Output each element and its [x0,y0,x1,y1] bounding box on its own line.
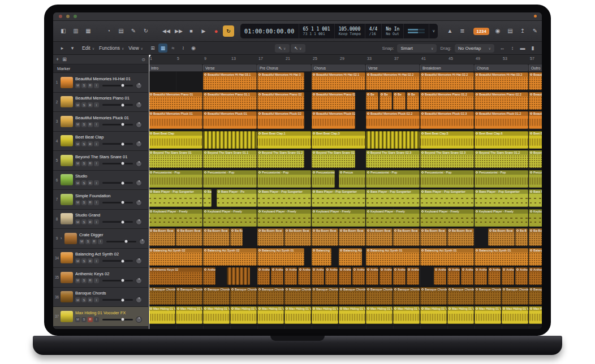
region[interactable]: Beautiful Memories Pluck 01 [203,111,257,129]
volume-slider[interactable] [102,299,133,301]
add-track-button[interactable]: + [56,57,59,62]
region[interactable]: Percus [339,170,365,188]
volume-slider[interactable] [102,124,133,125]
region[interactable]: Ba-Boom [529,228,542,246]
marker-segment[interactable]: Outro [529,64,542,71]
solo-button[interactable]: S [81,278,87,283]
waveform-zoom-icon[interactable]: ≈ [169,44,178,53]
region[interactable]: Anthe [380,267,392,285]
region[interactable]: Max Hiding 01 V [420,306,447,324]
region[interactable]: Beyond The Stars Snare 02.3 [420,150,474,168]
menu-view[interactable]: View∨ [127,45,145,51]
input-monitor-button[interactable]: I [94,180,99,185]
volume-thumb[interactable] [124,240,127,243]
forward-button[interactable]: ▶▶ [173,25,184,37]
volume-slider[interactable] [102,104,133,106]
track-header[interactable]: 4Beet Beat ClapMSRI [53,132,148,151]
pan-knob[interactable] [139,239,145,245]
volume-thumb[interactable] [121,162,124,165]
region[interactable]: Beyond The Stars Snare 01.1 [203,150,257,168]
region[interactable]: Bass Player - Pop Songwriter [420,189,474,207]
region[interactable]: Beautiful Memories Pl [529,111,542,129]
region[interactable]: Max Hiding 01 V [339,306,365,324]
flex-icon[interactable]: ≀ [179,44,188,53]
mute-button[interactable]: M [75,122,80,127]
input-monitor-button[interactable]: I [94,297,99,302]
volume-slider[interactable] [102,182,133,184]
volume-thumb[interactable] [121,103,124,106]
region[interactable]: Beyond The Stars Snare 02.1 [312,150,355,168]
region[interactable]: Be [366,92,378,110]
track-header[interactable]: 7Simple FoundationMSRI [53,190,148,210]
volume-thumb[interactable] [121,279,124,282]
quick-help-icon[interactable]: ▦ [83,25,94,37]
region[interactable]: Anthe [434,267,446,285]
metronome-icon[interactable]: ▲ [444,25,455,37]
region[interactable]: Be [380,92,392,110]
region[interactable]: Keyboard [529,209,542,227]
solo-button[interactable]: S [81,219,87,224]
library-toggle-icon[interactable]: ◧ [58,25,69,37]
record-enable-button[interactable]: R [88,278,93,283]
mute-button[interactable]: M [75,297,80,302]
region[interactable]: Keyboard Player - Freely [149,209,202,227]
grid-icon[interactable]: ⊞ [148,44,157,53]
region[interactable]: Anthe [271,267,283,285]
mute-button[interactable]: M [75,258,80,263]
region[interactable]: Max Hiding 01 V [176,306,202,324]
volume-thumb[interactable] [121,298,124,301]
region[interactable]: Beautiful Memories Hi-Hat 02.2 [366,72,420,90]
marker-segment[interactable]: Intro [149,64,202,71]
region[interactable]: Ba-Boom Beat [312,228,338,246]
region[interactable]: Ba-Boom Beat [420,228,447,246]
solo-button[interactable]: S [81,297,87,302]
region[interactable]: Max Hiding 01 V [393,306,420,324]
mute-button[interactable]: M [75,161,80,166]
record-enable-button[interactable]: R [92,239,97,244]
pan-knob[interactable] [136,161,142,167]
stop-button[interactable]: ■ [186,25,197,37]
region[interactable]: Ba-Boom Beat [257,228,284,246]
region[interactable]: Anthe [298,267,311,285]
editors-icon[interactable]: ✎ [128,25,139,37]
region[interactable]: Keyboard Player - Freely [366,209,420,227]
left-click-tool-menu[interactable]: ↖∨ [275,44,290,53]
region[interactable]: Balancing Act [339,248,362,266]
region[interactable]: Balancing [312,248,331,266]
list-editors-icon[interactable]: ≣ [456,25,468,37]
volume-thumb[interactable] [121,259,124,262]
region[interactable]: Baroque Chords [366,287,393,305]
marker-segment[interactable]: Verse [366,64,420,71]
region[interactable]: Baroque Chords [475,287,501,305]
region[interactable]: Baroque Chords [149,287,175,305]
region[interactable]: Anthe [366,267,378,285]
region[interactable]: Beet Beat Clap.5 [420,131,474,149]
mute-button[interactable]: M [75,180,80,185]
region[interactable] [227,267,250,285]
mute-button[interactable]: M [75,219,80,224]
volume-slider[interactable] [102,85,133,86]
menu-edit[interactable]: Edit∨ [80,45,96,51]
input-monitor-button[interactable]: I [94,200,99,205]
horizontal-zoom-slider[interactable]: ▬ [518,44,527,53]
region[interactable]: Anthe [447,267,460,285]
region[interactable]: Anthe [352,267,365,285]
input-monitor-button[interactable]: I [94,102,99,107]
snap-dropdown[interactable]: Smart∨ [397,44,437,53]
track-header[interactable]: 5Beyond The Stars Snare 01MSRI [53,151,148,171]
volume-thumb[interactable] [121,181,124,184]
hide-tracks-icon[interactable]: ▸ [58,44,67,53]
region[interactable]: Keyboard Player - Freely [257,209,311,227]
region[interactable]: Beet Beat Clap.6 [475,131,528,149]
region[interactable]: Beet Beat C [529,131,542,149]
region[interactable]: Beautiful Memories Pluck 01.2 [475,111,528,129]
volume-slider[interactable] [102,221,133,223]
solo-button[interactable]: S [81,141,87,146]
solo-button[interactable]: S [81,258,87,263]
pan-knob[interactable] [136,141,142,147]
region[interactable]: Keyboard Player - Freely [203,209,257,227]
region[interactable]: Anthe [502,267,514,285]
region[interactable]: Beyond The Stars Snare 01.2 [475,150,528,168]
bar-ruler[interactable]: 159131721252933374145495357 [149,55,542,64]
region[interactable]: Beautiful Memories Hi-Hat 0 [257,72,304,90]
